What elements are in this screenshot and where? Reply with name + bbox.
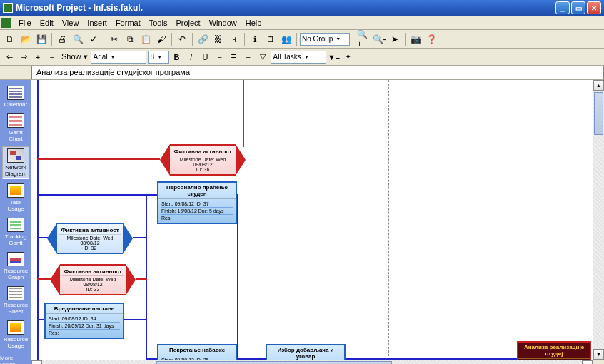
scroll-corner: [593, 360, 604, 364]
format-painter-button[interactable]: 🖌: [154, 32, 168, 46]
view-network-diagram[interactable]: Network Diagram: [2, 146, 29, 179]
menu-project[interactable]: Project: [171, 17, 204, 29]
minimize-button[interactable]: _: [555, 1, 570, 14]
view-task-usage[interactable]: Task Usage: [2, 182, 29, 213]
node-date: Milestone Date: Wed 08/08/12: [59, 236, 121, 246]
milestone-node[interactable]: Фиктивна активност Milestone Date: Wed 0…: [160, 144, 246, 176]
scroll-left-button[interactable]: ◀: [31, 360, 42, 364]
window-title: Microsoft Project - Inf.sis.fakul.: [16, 3, 555, 13]
entry-bar-header: [0, 66, 31, 79]
paste-button[interactable]: 📋: [139, 32, 153, 46]
view-gantt-chart[interactable]: Gantt Chart: [2, 112, 29, 143]
hide-subtasks-button[interactable]: −: [46, 51, 59, 64]
print-preview-button[interactable]: 🔍: [71, 32, 85, 46]
entry-bar-value[interactable]: Анализа реализације студијског програма: [31, 66, 604, 79]
menu-edit[interactable]: Edit: [36, 17, 58, 29]
task-info-button[interactable]: ℹ: [248, 32, 262, 46]
align-left-button[interactable]: ≡: [213, 51, 226, 64]
scroll-up-button[interactable]: ▲: [593, 80, 604, 91]
notes-button[interactable]: 🗒: [263, 32, 278, 46]
zoom-in-button[interactable]: 🔍+: [356, 32, 371, 46]
show-subtasks-button[interactable]: +: [31, 51, 44, 64]
task-node[interactable]: Покретање набавке Start: 09/08/12 ID: 25…: [157, 344, 237, 360]
italic-button[interactable]: I: [185, 51, 198, 64]
ms-project-icon: [1, 18, 11, 28]
menu-file[interactable]: File: [14, 17, 36, 29]
horizontal-scrollbar[interactable]: ◀ ▶: [31, 360, 593, 364]
indent-button[interactable]: ⇒: [17, 51, 30, 64]
node-title: Фиктивна активност: [171, 148, 234, 156]
open-button[interactable]: 📂: [19, 32, 33, 46]
print-button[interactable]: 🖨: [55, 32, 69, 46]
view-resource-usage[interactable]: Resource Usage: [2, 319, 29, 350]
view-resource-graph[interactable]: Resource Graph: [2, 251, 29, 282]
link-button[interactable]: 🔗: [196, 32, 210, 46]
view-calendar[interactable]: Calendar: [2, 84, 29, 109]
page-break-horizontal: [31, 173, 593, 173]
view-resource-sheet[interactable]: Resource Sheet: [2, 285, 29, 316]
menubar: File Edit View Insert Format Tools Proje…: [0, 16, 604, 30]
show-label[interactable]: Show ▾: [60, 52, 89, 61]
font-size-combo[interactable]: 8▼: [148, 51, 169, 64]
node-id: ID: 36: [171, 167, 234, 172]
task-node[interactable]: Избор добављача и уговар Start: 23/08/12…: [266, 344, 346, 360]
align-center-button[interactable]: ≣: [228, 51, 241, 64]
font-combo[interactable]: Arial▼: [91, 51, 146, 64]
node-start: Start: 09/08/12 ID: 34: [49, 315, 120, 322]
filter-combo[interactable]: All Tasks▼: [271, 51, 326, 64]
node-title: Покретање набавке: [158, 345, 236, 355]
filter-icon[interactable]: ▽: [256, 51, 269, 64]
align-right-button[interactable]: ≡: [242, 51, 255, 64]
connector: [133, 237, 147, 238]
spelling-button[interactable]: ✓: [86, 32, 101, 46]
menu-tools[interactable]: Tools: [145, 17, 172, 29]
network-canvas[interactable]: Фиктивна активност Milestone Date: Wed 0…: [31, 80, 593, 360]
outdent-button[interactable]: ⇐: [3, 51, 16, 64]
help-button[interactable]: ❓: [424, 32, 438, 46]
view-tracking-gantt[interactable]: Tracking Gantt: [2, 216, 29, 248]
group-combo[interactable]: No Group▼: [300, 33, 350, 46]
menu-window[interactable]: Window: [205, 17, 241, 29]
milestone-node[interactable]: Фиктивна активност Milestone Date: Wed 0…: [47, 223, 133, 254]
task-node[interactable]: Вредновање наставе Start: 09/08/12 ID: 3…: [44, 303, 124, 339]
wizard-button[interactable]: ✦: [342, 51, 355, 64]
autofilter-button[interactable]: ▼=: [328, 51, 341, 64]
undo-button[interactable]: ↶: [175, 32, 189, 46]
assign-resources-button[interactable]: 👥: [279, 32, 293, 46]
node-start: Start: 09/08/12 ID: 37: [161, 201, 233, 207]
scroll-thumb[interactable]: [594, 92, 603, 135]
unlink-button[interactable]: ⛓: [211, 32, 226, 46]
new-button[interactable]: 🗋: [3, 32, 17, 46]
copy-picture-button[interactable]: 📷: [408, 32, 423, 46]
node-finish: Finish: 15/08/12 Dur: 5 days: [161, 207, 233, 214]
node-id: ID: 32: [59, 246, 121, 251]
menu-format[interactable]: Format: [111, 17, 145, 29]
scroll-right-button[interactable]: ▶: [582, 360, 593, 364]
page-break-vertical-1: [388, 80, 389, 360]
menu-view[interactable]: View: [58, 17, 84, 29]
goto-task-button[interactable]: ➤: [388, 32, 402, 46]
split-task-button[interactable]: ⫞: [227, 32, 241, 46]
save-button[interactable]: 💾: [34, 32, 49, 46]
copy-button[interactable]: ⧉: [123, 32, 137, 46]
scroll-thumb[interactable]: [156, 361, 392, 364]
cut-button[interactable]: ✂: [107, 32, 121, 46]
task-node-selected[interactable]: Анализа реализације студиј Start: 09/08/…: [517, 341, 591, 360]
bold-button[interactable]: B: [171, 51, 183, 64]
resource-usage-icon: [7, 320, 24, 335]
vertical-scrollbar[interactable]: ▲ ▼: [593, 80, 604, 360]
close-button[interactable]: ✕: [587, 1, 601, 14]
view-more[interactable]: More Views...: [0, 355, 31, 364]
zoom-out-button[interactable]: 🔍-: [372, 32, 386, 46]
node-res: Res:: [49, 329, 120, 336]
task-node[interactable]: Персонално праћење студен Start: 09/08/1…: [157, 181, 237, 224]
menu-help[interactable]: Help: [241, 17, 266, 29]
underline-button[interactable]: U: [199, 51, 212, 64]
formatting-toolbar: ⇐ ⇒ + − Show ▾ Arial▼ 8▼ B I U ≡ ≣ ≡ ▽ A…: [0, 49, 604, 66]
maximize-button[interactable]: ▭: [571, 1, 585, 14]
scroll-down-button[interactable]: ▼: [593, 349, 604, 360]
menu-insert[interactable]: Insert: [83, 17, 111, 29]
titlebar: Microsoft Project - Inf.sis.fakul. _ ▭ ✕: [0, 0, 604, 16]
node-id: ID: 33: [61, 287, 124, 292]
milestone-node[interactable]: Фиктивна активност Milestone Date: Wed 0…: [50, 264, 136, 295]
